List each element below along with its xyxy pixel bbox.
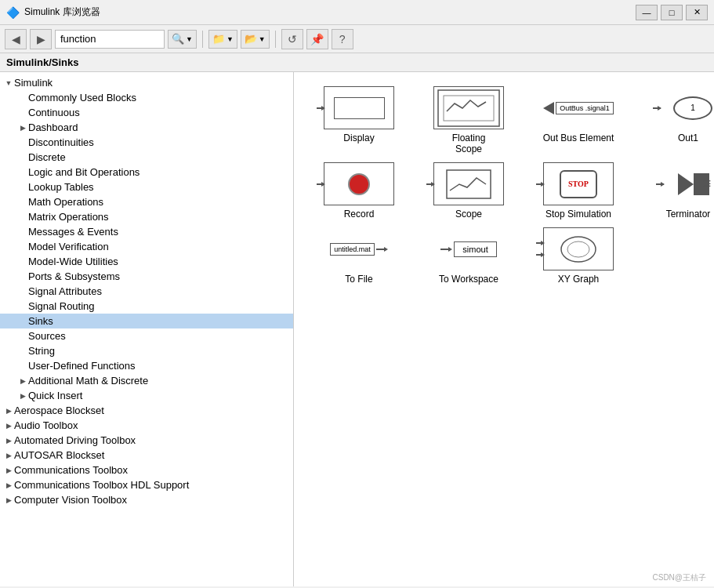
sidebar-item-logic-bit[interactable]: Logic and Bit Operations (0, 165, 293, 180)
close-button[interactable]: ✕ (686, 5, 708, 20)
tree-arrow-string (17, 346, 28, 357)
dropdown-arrow: ▼ (186, 35, 193, 43)
sidebar-item-autosar[interactable]: ▶AUTOSAR Blockset (0, 448, 293, 463)
block-item-display[interactable]: Display (308, 86, 410, 154)
sidebar-scroll[interactable]: ▼SimulinkCommonly Used BlocksContinuous▶… (0, 72, 293, 586)
tree-label-comms-hdl: Communications Toolbox HDL Support (14, 479, 290, 491)
block-label-record: Record (344, 209, 375, 220)
block-item-out-bus-element[interactable]: OutBus .signal1 Out Bus Element (527, 86, 629, 154)
tree-label-signal-routing: Signal Routing (28, 300, 290, 312)
tree-label-commonly-used: Commonly Used Blocks (28, 92, 290, 103)
sidebar-item-string[interactable]: String (0, 343, 293, 358)
sidebar-item-math-ops[interactable]: Math Operations (0, 194, 293, 209)
tree-arrow-dashboard: ▶ (17, 122, 28, 133)
sidebar-item-messages-events[interactable]: Messages & Events (0, 224, 293, 239)
block-item-stop-simulation[interactable]: STOP Stop Simulation (527, 162, 629, 220)
minimize-button[interactable]: — (636, 5, 658, 20)
tree-arrow-ports-subsystems (17, 271, 28, 282)
block-label-out-bus-element: Out Bus Element (543, 132, 614, 143)
sidebar-item-aerospace[interactable]: ▶Aerospace Blockset (0, 403, 293, 418)
sidebar-item-comms-hdl[interactable]: ▶Communications Toolbox HDL Support (0, 477, 293, 492)
tree-label-auto-driving: Automated Driving Toolbox (14, 434, 290, 446)
block-icon-to-workspace: simout (433, 227, 504, 270)
tree-arrow-quick-insert: ▶ (17, 390, 28, 401)
tree-arrow-discontinuities (17, 137, 28, 148)
tree-arrow-sources (17, 331, 28, 342)
sidebar-item-sources[interactable]: Sources (0, 328, 293, 343)
search-input[interactable] (55, 30, 165, 49)
sidebar-item-user-defined[interactable]: User-Defined Functions (0, 358, 293, 373)
block-label-to-file: To File (345, 274, 372, 285)
sidebar-item-sinks[interactable]: Sinks (0, 314, 293, 328)
search-dropdown[interactable]: 🔍 ▼ (168, 30, 197, 49)
title-bar-text: Simulink 库浏览器 (24, 5, 636, 19)
svg-point-4 (567, 241, 589, 257)
app-icon: 🔷 (6, 6, 20, 19)
block-icon-terminator: ≡ (653, 162, 714, 205)
block-icon-to-file: untitled.mat (324, 227, 394, 270)
browse-dropdown[interactable]: 📁 ▼ (208, 30, 237, 49)
sidebar-item-audio-toolbox[interactable]: ▶Audio Toolbox (0, 418, 293, 433)
sidebar-item-dashboard[interactable]: ▶Dashboard (0, 120, 293, 135)
sidebar-item-comms-toolbox[interactable]: ▶Communications Toolbox (0, 463, 293, 477)
block-item-terminator[interactable]: ≡ Terminator (637, 162, 714, 220)
block-item-floating-scope[interactable]: Floating Scope (418, 86, 520, 154)
tree-label-model-verification: Model Verification (28, 241, 290, 252)
sidebar-item-quick-insert[interactable]: ▶Quick Insert (0, 388, 293, 403)
sidebar-item-additional-math[interactable]: ▶Additional Math & Discrete (0, 373, 293, 388)
folder-icon: 📁 (212, 33, 225, 45)
tree-arrow-signal-attributes (17, 286, 28, 297)
tree-arrow-matrix-ops (17, 212, 28, 223)
tree-label-user-defined: User-Defined Functions (28, 360, 290, 372)
block-item-record[interactable]: Record (308, 162, 410, 220)
help-button[interactable]: ? (332, 29, 353, 49)
tree-arrow-model-wide (17, 256, 28, 267)
sidebar-item-signal-attributes[interactable]: Signal Attributes (0, 284, 293, 299)
tree-arrow-discrete (17, 152, 28, 163)
tree-arrow-logic-bit (17, 167, 28, 178)
sidebar-item-lookup-tables[interactable]: Lookup Tables (0, 180, 293, 194)
tree-arrow-math-ops (17, 197, 28, 208)
tree-arrow-signal-routing (17, 301, 28, 312)
pin-button[interactable]: 📌 (306, 29, 328, 49)
tree-label-simulink: Simulink (14, 77, 290, 89)
sidebar-item-continuous[interactable]: Continuous (0, 105, 293, 120)
block-icon-display (324, 86, 394, 129)
sidebar-item-computer-vision[interactable]: ▶Computer Vision Toolbox (0, 492, 293, 507)
tree-arrow-autosar: ▶ (3, 450, 14, 461)
sidebar-item-simulink[interactable]: ▼Simulink (0, 75, 293, 90)
sidebar-item-signal-routing[interactable]: Signal Routing (0, 299, 293, 314)
block-icon-stop-simulation: STOP (543, 162, 614, 205)
directory-icon: 📂 (245, 33, 257, 45)
sidebar-item-model-verification[interactable]: Model Verification (0, 239, 293, 254)
block-item-to-file[interactable]: untitled.mat To File (308, 227, 410, 285)
block-icon-xy-graph (543, 227, 614, 270)
tree-label-sources: Sources (28, 330, 290, 342)
directory-dropdown[interactable]: 📂 ▼ (241, 30, 270, 49)
tree-arrow-audio-toolbox: ▶ (3, 420, 14, 431)
tree-label-comms-toolbox: Communications Toolbox (14, 464, 290, 476)
maximize-button[interactable]: □ (661, 5, 683, 20)
forward-button[interactable]: ▶ (30, 29, 52, 49)
sidebar-item-model-wide[interactable]: Model-Wide Utilities (0, 254, 293, 269)
sidebar-item-matrix-ops[interactable]: Matrix Operations (0, 209, 293, 224)
tree-label-dashboard: Dashboard (28, 122, 290, 133)
back-button[interactable]: ◀ (5, 29, 27, 49)
block-item-xy-graph[interactable]: XY Graph (527, 227, 629, 285)
tree-label-computer-vision: Computer Vision Toolbox (14, 494, 290, 506)
sidebar-item-auto-driving[interactable]: ▶Automated Driving Toolbox (0, 433, 293, 448)
tree-arrow-simulink: ▼ (3, 78, 14, 89)
sidebar-item-discontinuities[interactable]: Discontinuities (0, 135, 293, 150)
sidebar-item-commonly-used[interactable]: Commonly Used Blocks (0, 90, 293, 105)
main-layout: ▼SimulinkCommonly Used BlocksContinuous▶… (0, 72, 714, 586)
sidebar-item-discrete[interactable]: Discrete (0, 150, 293, 165)
block-item-scope[interactable]: Scope (418, 162, 520, 220)
block-item-to-workspace[interactable]: simout To Workspace (418, 227, 520, 285)
tree-label-logic-bit: Logic and Bit Operations (28, 166, 290, 178)
sidebar-item-ports-subsystems[interactable]: Ports & Subsystems (0, 269, 293, 284)
watermark: CSDN@王桔子 (653, 572, 707, 583)
refresh-button[interactable]: ↺ (281, 29, 303, 49)
block-item-out1[interactable]: 1 Out1 (637, 86, 714, 154)
svg-rect-1 (444, 96, 494, 121)
search-icon: 🔍 (172, 33, 184, 45)
